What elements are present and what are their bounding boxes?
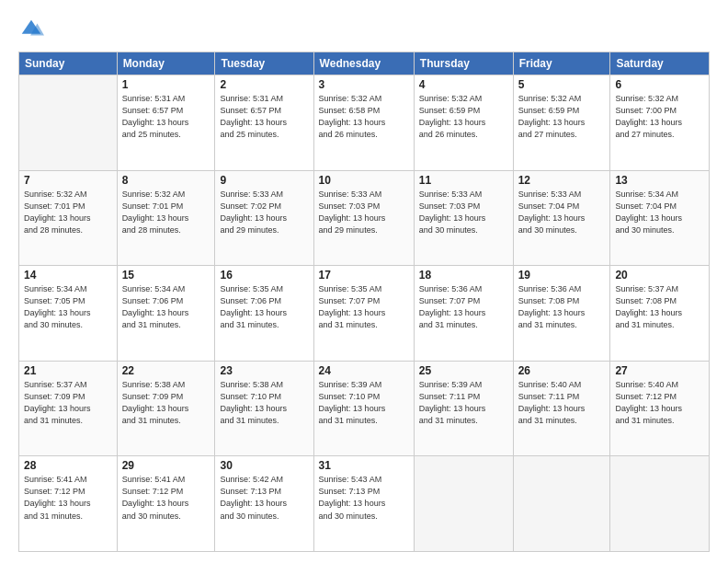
logo <box>18 17 48 42</box>
day-number: 27 <box>615 364 704 377</box>
day-info: Sunrise: 5:34 AMSunset: 7:06 PMDaylight:… <box>122 283 210 331</box>
calendar-table: SundayMondayTuesdayWednesdayThursdayFrid… <box>18 52 710 552</box>
day-info: Sunrise: 5:38 AMSunset: 7:10 PMDaylight:… <box>220 379 308 427</box>
weekday-header: Thursday <box>414 52 513 75</box>
calendar-cell <box>513 456 610 552</box>
calendar-cell: 1Sunrise: 5:31 AMSunset: 6:57 PMDaylight… <box>117 75 215 171</box>
calendar-header-row: SundayMondayTuesdayWednesdayThursdayFrid… <box>19 52 710 75</box>
calendar-week-row: 21Sunrise: 5:37 AMSunset: 7:09 PMDayligh… <box>19 361 710 456</box>
day-number: 1 <box>122 78 210 91</box>
day-number: 24 <box>319 364 409 377</box>
weekday-header: Wednesday <box>313 52 414 75</box>
day-info: Sunrise: 5:41 AMSunset: 7:12 PMDaylight:… <box>122 474 210 522</box>
day-number: 11 <box>419 174 508 187</box>
day-info: Sunrise: 5:31 AMSunset: 6:57 PMDaylight:… <box>122 93 210 141</box>
calendar-cell: 18Sunrise: 5:36 AMSunset: 7:07 PMDayligh… <box>414 266 513 362</box>
calendar-cell: 3Sunrise: 5:32 AMSunset: 6:58 PMDaylight… <box>313 75 414 171</box>
day-number: 9 <box>220 174 308 187</box>
day-info: Sunrise: 5:32 AMSunset: 6:59 PMDaylight:… <box>419 93 508 141</box>
day-number: 14 <box>24 269 112 282</box>
calendar-cell: 30Sunrise: 5:42 AMSunset: 7:13 PMDayligh… <box>215 456 313 552</box>
day-info: Sunrise: 5:33 AMSunset: 7:02 PMDaylight:… <box>220 189 308 236</box>
calendar-week-row: 7Sunrise: 5:32 AMSunset: 7:01 PMDaylight… <box>19 170 710 266</box>
day-info: Sunrise: 5:40 AMSunset: 7:11 PMDaylight:… <box>518 379 606 427</box>
calendar-week-row: 14Sunrise: 5:34 AMSunset: 7:05 PMDayligh… <box>19 266 710 362</box>
calendar-cell: 24Sunrise: 5:39 AMSunset: 7:10 PMDayligh… <box>313 361 414 456</box>
weekday-header: Tuesday <box>215 52 313 75</box>
day-info: Sunrise: 5:33 AMSunset: 7:03 PMDaylight:… <box>319 189 409 236</box>
day-info: Sunrise: 5:35 AMSunset: 7:06 PMDaylight:… <box>220 283 308 331</box>
day-info: Sunrise: 5:39 AMSunset: 7:10 PMDaylight:… <box>319 379 409 427</box>
calendar-week-row: 1Sunrise: 5:31 AMSunset: 6:57 PMDaylight… <box>19 75 710 171</box>
day-number: 16 <box>220 269 308 282</box>
calendar-cell: 23Sunrise: 5:38 AMSunset: 7:10 PMDayligh… <box>215 361 313 456</box>
calendar-cell: 14Sunrise: 5:34 AMSunset: 7:05 PMDayligh… <box>19 266 118 362</box>
weekday-header: Sunday <box>19 52 118 75</box>
day-number: 5 <box>518 78 606 91</box>
day-info: Sunrise: 5:37 AMSunset: 7:09 PMDaylight:… <box>24 379 112 427</box>
day-info: Sunrise: 5:32 AMSunset: 7:01 PMDaylight:… <box>122 189 210 236</box>
day-info: Sunrise: 5:39 AMSunset: 7:11 PMDaylight:… <box>419 379 508 427</box>
calendar-cell: 28Sunrise: 5:41 AMSunset: 7:12 PMDayligh… <box>19 456 118 552</box>
day-info: Sunrise: 5:36 AMSunset: 7:07 PMDaylight:… <box>419 283 508 331</box>
day-number: 2 <box>220 78 308 91</box>
calendar-cell <box>19 75 118 171</box>
day-number: 17 <box>319 269 409 282</box>
day-info: Sunrise: 5:42 AMSunset: 7:13 PMDaylight:… <box>220 474 308 522</box>
header <box>18 17 710 42</box>
day-number: 28 <box>24 459 112 472</box>
day-number: 26 <box>518 364 606 377</box>
day-info: Sunrise: 5:33 AMSunset: 7:03 PMDaylight:… <box>419 189 508 236</box>
calendar-cell: 4Sunrise: 5:32 AMSunset: 6:59 PMDaylight… <box>414 75 513 171</box>
calendar-cell: 17Sunrise: 5:35 AMSunset: 7:07 PMDayligh… <box>313 266 414 362</box>
calendar-cell: 22Sunrise: 5:38 AMSunset: 7:09 PMDayligh… <box>117 361 215 456</box>
day-number: 4 <box>419 78 508 91</box>
calendar-cell: 8Sunrise: 5:32 AMSunset: 7:01 PMDaylight… <box>117 170 215 266</box>
day-number: 19 <box>518 269 606 282</box>
weekday-header: Monday <box>117 52 215 75</box>
day-number: 6 <box>615 78 704 91</box>
day-info: Sunrise: 5:32 AMSunset: 7:00 PMDaylight:… <box>615 93 704 141</box>
day-info: Sunrise: 5:41 AMSunset: 7:12 PMDaylight:… <box>24 474 112 522</box>
day-number: 29 <box>122 459 210 472</box>
day-number: 12 <box>518 174 606 187</box>
day-info: Sunrise: 5:40 AMSunset: 7:12 PMDaylight:… <box>615 379 704 427</box>
day-number: 20 <box>615 269 704 282</box>
day-number: 21 <box>24 364 112 377</box>
day-number: 25 <box>419 364 508 377</box>
calendar-cell: 15Sunrise: 5:34 AMSunset: 7:06 PMDayligh… <box>117 266 215 362</box>
calendar-cell: 12Sunrise: 5:33 AMSunset: 7:04 PMDayligh… <box>513 170 610 266</box>
day-number: 13 <box>615 174 704 187</box>
calendar-week-row: 28Sunrise: 5:41 AMSunset: 7:12 PMDayligh… <box>19 456 710 552</box>
day-info: Sunrise: 5:36 AMSunset: 7:08 PMDaylight:… <box>518 283 606 331</box>
day-number: 8 <box>122 174 210 187</box>
calendar-cell: 7Sunrise: 5:32 AMSunset: 7:01 PMDaylight… <box>19 170 118 266</box>
calendar-cell <box>610 456 710 552</box>
calendar-cell: 31Sunrise: 5:43 AMSunset: 7:13 PMDayligh… <box>313 456 414 552</box>
calendar-cell: 10Sunrise: 5:33 AMSunset: 7:03 PMDayligh… <box>313 170 414 266</box>
weekday-header: Friday <box>513 52 610 75</box>
calendar-cell: 25Sunrise: 5:39 AMSunset: 7:11 PMDayligh… <box>414 361 513 456</box>
day-info: Sunrise: 5:32 AMSunset: 7:01 PMDaylight:… <box>24 189 112 236</box>
calendar-cell: 26Sunrise: 5:40 AMSunset: 7:11 PMDayligh… <box>513 361 610 456</box>
calendar-cell: 11Sunrise: 5:33 AMSunset: 7:03 PMDayligh… <box>414 170 513 266</box>
calendar-cell <box>414 456 513 552</box>
day-number: 23 <box>220 364 308 377</box>
day-info: Sunrise: 5:38 AMSunset: 7:09 PMDaylight:… <box>122 379 210 427</box>
calendar-cell: 9Sunrise: 5:33 AMSunset: 7:02 PMDaylight… <box>215 170 313 266</box>
day-info: Sunrise: 5:32 AMSunset: 6:59 PMDaylight:… <box>518 93 606 141</box>
day-info: Sunrise: 5:35 AMSunset: 7:07 PMDaylight:… <box>319 283 409 331</box>
day-info: Sunrise: 5:31 AMSunset: 6:57 PMDaylight:… <box>220 93 308 141</box>
page: SundayMondayTuesdayWednesdayThursdayFrid… <box>0 0 728 563</box>
day-info: Sunrise: 5:34 AMSunset: 7:04 PMDaylight:… <box>615 189 704 236</box>
day-number: 3 <box>319 78 409 91</box>
calendar-cell: 21Sunrise: 5:37 AMSunset: 7:09 PMDayligh… <box>19 361 118 456</box>
logo-icon <box>18 17 44 42</box>
day-number: 31 <box>319 459 409 472</box>
weekday-header: Saturday <box>610 52 710 75</box>
day-number: 7 <box>24 174 112 187</box>
day-number: 10 <box>319 174 409 187</box>
day-info: Sunrise: 5:43 AMSunset: 7:13 PMDaylight:… <box>319 474 409 522</box>
day-info: Sunrise: 5:37 AMSunset: 7:08 PMDaylight:… <box>615 283 704 331</box>
day-info: Sunrise: 5:34 AMSunset: 7:05 PMDaylight:… <box>24 283 112 331</box>
